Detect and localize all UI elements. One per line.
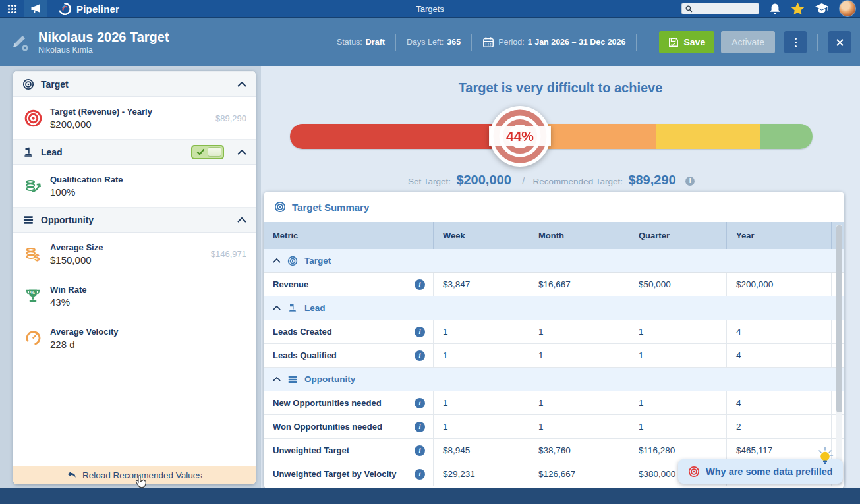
cell-month: 1 [529, 320, 629, 343]
target-meta: Status: Draft Days Left: 365 Period: 1 J… [337, 34, 648, 51]
target-titles: Nikolaus 2026 Target Nikolaus Kimla [38, 29, 169, 56]
stack-icon [22, 214, 34, 226]
cell-quarter: 1 [629, 415, 727, 438]
info-icon[interactable]: i [415, 445, 425, 456]
table-scrollbar-thumb[interactable] [836, 225, 842, 412]
table-row-new-opportunities: New Opportunities neededi 1 1 1 4 [264, 391, 844, 415]
cell-year: $200,000 [727, 273, 832, 296]
chevron-up-icon[interactable] [237, 82, 246, 87]
status-value: Draft [366, 38, 385, 47]
item-value: 43% [50, 296, 87, 308]
hint-text: Why are some data prefilled [706, 466, 833, 477]
sidebar-item-qualification-rate[interactable]: Qualification Rate 100% [13, 165, 256, 207]
cell-year: 2 [727, 415, 832, 438]
top-navigation-bar: Pipeliner Targets [0, 0, 860, 18]
pipeliner-target-window: Pipeliner Targets [0, 0, 860, 504]
set-target-label: Set Target: [408, 177, 451, 186]
cell-quarter: 1 [629, 320, 727, 343]
search-input[interactable] [695, 5, 755, 13]
gauge-segment-yellow [656, 124, 760, 149]
info-icon[interactable]: i [415, 422, 425, 432]
sidebar-item-win-rate[interactable]: % Win Rate 43% [13, 275, 256, 317]
info-icon[interactable]: i [415, 469, 425, 480]
search-icon [685, 5, 693, 13]
graduation-cap-icon[interactable] [815, 3, 829, 14]
app-grid-icon [7, 4, 17, 14]
save-label: Save [683, 37, 705, 47]
summary-title: Target Summary [292, 202, 369, 213]
edit-gear-icon [9, 32, 33, 53]
save-button[interactable]: Save [659, 31, 714, 53]
target-icon [688, 466, 700, 478]
cell-quarter: $50,000 [629, 273, 727, 296]
info-icon[interactable]: i [415, 279, 425, 290]
sidebar-item-average-size[interactable]: $ Average Size $150,000 $146,971 [13, 233, 256, 275]
gauge-percent-value: 44% [489, 105, 551, 167]
column-header: Quarter [629, 222, 727, 249]
star-icon[interactable] [791, 2, 805, 15]
cell-month: $126,667 [529, 462, 629, 486]
chevron-up-icon[interactable] [237, 150, 246, 155]
recommended-target-value: $89,290 [628, 173, 675, 187]
recommended-target-label: Recommended Target: [533, 177, 623, 186]
recommended-info-icon[interactable]: i [685, 177, 695, 186]
app-grid-button[interactable] [0, 0, 24, 17]
metric-label: Leads Qualified [273, 350, 337, 360]
item-value: $200,000 [50, 119, 152, 130]
item-title: Average Size [50, 242, 103, 252]
table-row-leads-created: Leads Createdi 1 1 1 4 [264, 320, 844, 344]
metric-label: Unweighted Target by Velocity [273, 469, 397, 479]
gauge-percent-marker: 44% [489, 105, 551, 167]
info-icon[interactable]: i [415, 327, 425, 337]
more-options-button[interactable] [784, 31, 807, 53]
group-row-opportunity[interactable]: Opportunity [264, 368, 844, 391]
bulb-icon[interactable] [816, 446, 834, 467]
calendar-icon [482, 36, 494, 48]
flag-icon [287, 303, 298, 314]
bell-icon[interactable] [769, 3, 781, 15]
cell-week: 1 [434, 320, 529, 343]
target-difficulty-gauge [290, 124, 813, 149]
info-icon[interactable]: i [415, 350, 425, 361]
activate-button[interactable]: Activate [721, 31, 775, 53]
cell-week: $29,231 [434, 462, 529, 486]
undo-icon [67, 471, 77, 480]
target-name: Nikolaus 2026 Target [38, 29, 169, 45]
section-label: Lead [41, 147, 63, 157]
divider [395, 34, 396, 51]
column-header: Week [434, 222, 529, 249]
chevron-up-icon[interactable] [237, 217, 246, 223]
pipeliner-logo [58, 2, 72, 16]
item-title: Average Velocity [50, 327, 119, 337]
cell-year: 4 [727, 320, 832, 343]
section-header-lead[interactable]: Lead [13, 139, 256, 165]
group-row-lead[interactable]: Lead [264, 296, 844, 320]
section-header-opportunity[interactable]: Opportunity [13, 207, 256, 233]
cell-quarter: $116,280 [629, 439, 727, 462]
sidebar-item-average-velocity[interactable]: Average Velocity 228 d [13, 317, 256, 359]
announcements-button[interactable] [24, 0, 47, 17]
info-icon[interactable]: i [415, 398, 425, 408]
item-title: Qualification Rate [50, 175, 123, 184]
sidebar-item-target-revenue[interactable]: Target (Revenue) - Yearly $200,000 $89,2… [13, 97, 256, 139]
search-box[interactable] [681, 3, 759, 14]
item-title: Win Rate [50, 285, 87, 294]
section-header-target[interactable]: Target [13, 71, 256, 97]
lead-toggle[interactable] [191, 145, 224, 159]
table-row-leads-qualified: Leads Qualifiedi 1 1 1 4 [264, 344, 844, 368]
item-value: $150,000 [50, 254, 103, 266]
reload-recommended-values-button[interactable]: Reload Recommended Values [13, 466, 256, 484]
coins-arrow-icon [22, 177, 43, 195]
close-button[interactable] [828, 31, 851, 53]
page-title-top: Targets [416, 4, 444, 14]
status-label: Status: [337, 38, 362, 47]
megaphone-icon [30, 3, 42, 14]
topbar-actions [681, 0, 860, 17]
group-row-target[interactable]: Target [264, 249, 844, 273]
cell-week: 1 [434, 415, 529, 438]
recommended-hint: $89,290 [215, 113, 246, 123]
coins-dollar-icon: $ [22, 245, 43, 263]
table-scrollbar-track[interactable] [836, 225, 842, 485]
user-avatar[interactable] [839, 0, 856, 17]
column-header: Metric [264, 222, 434, 249]
